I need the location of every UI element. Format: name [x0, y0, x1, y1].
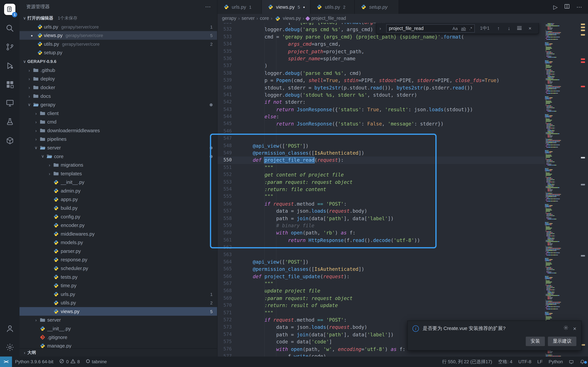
code-line[interactable]: 544 else: — [217, 113, 545, 120]
code-line[interactable]: 548@api_view(['POST']) — [217, 142, 545, 150]
code-line[interactable]: 546 — [217, 128, 545, 135]
run-debug-icon[interactable] — [0, 56, 19, 75]
code-line[interactable]: 563 — [217, 251, 545, 258]
tree-item-models.py[interactable]: models.py — [19, 238, 217, 247]
tree-item-views.py[interactable]: views.py5 — [19, 307, 217, 316]
notification-gear-icon[interactable] — [563, 325, 569, 332]
encoding[interactable]: UTF-8 — [515, 359, 534, 364]
tree-item-docker[interactable]: ›docker — [19, 83, 217, 92]
tab-views.py[interactable]: views.py5● — [262, 0, 311, 14]
regex-icon[interactable]: .* — [469, 26, 472, 31]
tree-item-urls.py[interactable]: urls.py1 — [19, 290, 217, 299]
code-line[interactable]: 570 :return: result of update — [217, 302, 545, 309]
tree-item-scheduler.py[interactable]: scheduler.py — [19, 264, 217, 273]
project-section-header[interactable]: ∨ GERAPY-0.9.6 — [19, 57, 217, 66]
open-editor-setup.py[interactable]: setup.py — [19, 48, 217, 57]
package-explorer-icon[interactable] — [0, 131, 19, 150]
code-line[interactable]: 556 if request.method == 'POST': — [217, 200, 545, 208]
tabnine-status[interactable]: tabnine — [83, 357, 110, 367]
source-control-icon[interactable] — [0, 38, 19, 56]
open-editor-urls.py[interactable]: urls.pygerapy/server/core1 — [19, 22, 217, 31]
code-line[interactable]: 547 — [217, 135, 545, 142]
notification-close-icon[interactable]: × — [573, 325, 576, 332]
more-actions-icon[interactable]: ⋯ — [205, 3, 211, 10]
close-find-icon[interactable]: × — [526, 25, 534, 31]
code-line[interactable]: 567 """ — [217, 280, 545, 287]
code-line[interactable]: 562 — [217, 244, 545, 251]
tree-item-migrations[interactable]: ›migrations — [19, 161, 217, 169]
extensions-icon[interactable] — [0, 75, 19, 93]
code-line[interactable]: 554 :return: file content — [217, 186, 545, 193]
tab-utils.py[interactable]: utils.py2 — [311, 0, 355, 14]
code-area[interactable]: 531 ['--{arg} {value}'.format(arg=arg,53… — [217, 23, 545, 357]
code-line[interactable]: 561 return HttpResponse(f.read().decode(… — [217, 237, 545, 244]
open-editor-utils.py[interactable]: utils.pygerapy/server/core2 — [19, 40, 217, 48]
settings-gear-icon[interactable] — [0, 338, 19, 357]
tree-item-config.py[interactable]: config.py — [19, 212, 217, 221]
code-line[interactable]: 539 p = Popen(cmd, shell=True, stdin=PIP… — [217, 77, 545, 84]
tree-item-build.py[interactable]: build.py — [19, 204, 217, 212]
code-line[interactable]: 538 logger.debug('parse cmd %s', cmd) — [217, 70, 545, 77]
code-line[interactable]: 533 cmd = 'gerapy parse {args_cmd} {proj… — [217, 33, 545, 41]
minimap[interactable] — [545, 23, 578, 357]
tree-item-server[interactable]: ∨server — [19, 143, 217, 152]
tree-item-middlewares.py[interactable]: middlewares.py — [19, 230, 217, 238]
find-expand-icon[interactable]: › — [380, 26, 383, 31]
code-line[interactable]: 577 f.write(code) — [217, 353, 545, 357]
breadcrumb-core[interactable]: core — [260, 16, 269, 21]
breadcrumb-project_file_read[interactable]: project_file_read — [306, 16, 346, 21]
tree-item-utils.py[interactable]: utils.py2 — [19, 299, 217, 307]
code-line[interactable]: 541 logger.debug('stdout %s, stderr %s',… — [217, 92, 545, 99]
screencast-icon[interactable] — [566, 359, 577, 364]
explorer-view-button[interactable]: 1 — [0, 0, 19, 19]
eol[interactable]: LF — [534, 359, 546, 364]
tree-item-apps.py[interactable]: apps.py — [19, 195, 217, 204]
code-line[interactable]: 542 if not stderr: — [217, 99, 545, 106]
breadcrumb-views.py[interactable]: views.py — [274, 16, 301, 21]
tree-item-response.py[interactable]: response.py — [19, 255, 217, 264]
find-input[interactable]: project_file_read Aa ab .* — [386, 24, 475, 32]
tab-setup.py[interactable]: setup.py — [355, 0, 399, 14]
code-line[interactable]: 552 get content of project file — [217, 171, 545, 178]
tree-item-core[interactable]: ∨core — [19, 152, 217, 161]
code-line[interactable]: 534 args_cmd=args_cmd, — [217, 41, 545, 48]
tree-item-manage.py[interactable]: manage.py — [19, 342, 217, 348]
tree-item-encoder.py[interactable]: encoder.py — [19, 221, 217, 230]
python-interpreter[interactable]: Python 3.9.6 64-bit — [12, 357, 56, 367]
code-line[interactable]: 545 return JsonResponse({'status': False… — [217, 120, 545, 128]
code-line[interactable]: 555 """ — [217, 193, 545, 200]
tree-item-.github[interactable]: ›.github — [19, 66, 217, 75]
code-line[interactable]: 536 spider_name=spider_name — [217, 55, 545, 62]
remote-indicator[interactable]: >< — [0, 357, 12, 367]
tree-item-gerapy[interactable]: ∨gerapy — [19, 100, 217, 109]
search-icon[interactable] — [0, 19, 19, 37]
editor-more-actions-icon[interactable]: ⋯ — [576, 4, 582, 10]
open-editor-views.py[interactable]: ●views.pygerapy/server/core5 — [19, 31, 217, 40]
tree-item-__init__.py[interactable]: __init__.py — [19, 324, 217, 333]
outline-header[interactable]: › 大纲 — [19, 348, 217, 357]
tree-item-templates[interactable]: ›templates — [19, 169, 217, 178]
previous-match-icon[interactable]: ↑ — [495, 25, 502, 31]
code-line[interactable]: 568 update project file — [217, 287, 545, 295]
tree-item-tests.py[interactable]: tests.py — [19, 273, 217, 281]
indentation[interactable]: 空格: 4 — [495, 359, 515, 365]
breadcrumb-gerapy[interactable]: gerapy — [222, 16, 236, 21]
code-line[interactable]: 571 """ — [217, 309, 545, 316]
code-line[interactable]: 550def project_file_read(request): — [217, 157, 545, 164]
notifications-bell-icon[interactable] — [577, 359, 588, 364]
tab-urls.py[interactable]: urls.py1 — [217, 0, 262, 14]
code-line[interactable]: 537 ) — [217, 62, 545, 69]
problems-indicator[interactable]: 0 8 — [56, 357, 83, 367]
code-line[interactable]: 540 stdout, stderr = bytes2str(p.stdout.… — [217, 84, 545, 91]
code-line[interactable]: 558 path = join(data['path'], data['labe… — [217, 215, 545, 222]
tree-item-downloadermiddlewares[interactable]: ›downloadermiddlewares — [19, 126, 217, 135]
tree-item-__init__.py[interactable]: __init__.py — [19, 178, 217, 187]
code-line[interactable]: 549@permission_classes([IsAuthenticated]… — [217, 150, 545, 157]
code-line[interactable]: 560 with open(path, 'rb') as f: — [217, 229, 545, 237]
find-in-selection-icon[interactable] — [516, 25, 523, 31]
code-line[interactable]: 553 :param request: request object — [217, 178, 545, 186]
split-editor-icon[interactable] — [564, 4, 570, 10]
tree-item-server[interactable]: ›server — [19, 316, 217, 324]
run-python-file-icon[interactable]: ▷ — [553, 4, 557, 10]
install-button[interactable]: 安装 — [526, 337, 545, 346]
